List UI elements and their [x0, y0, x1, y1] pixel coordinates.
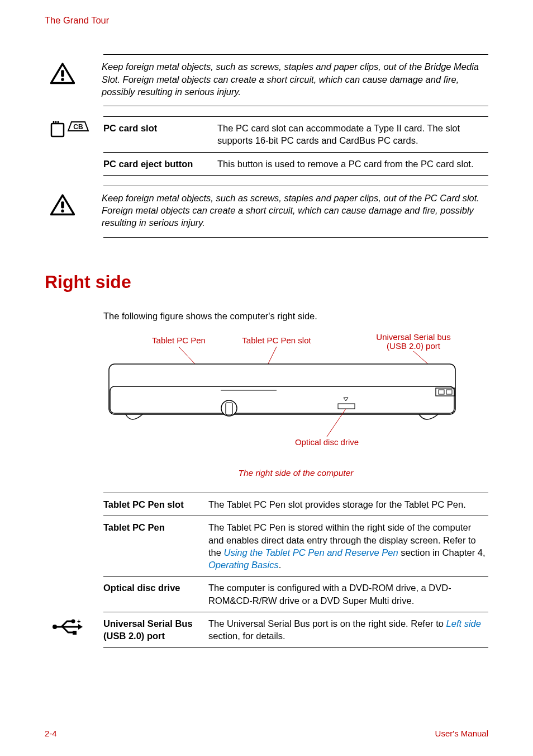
cardbus-cb-icon: CB [67, 120, 89, 132]
svg-rect-1 [61, 70, 64, 77]
fig-label-odd: Optical disc drive [295, 437, 359, 447]
warning-text-pc-card: Keep foreign metal objects, such as scre… [102, 192, 488, 229]
link-using-pen[interactable]: Using the Tablet PC Pen and Reserve Pen [224, 547, 398, 557]
warning-icon [50, 194, 75, 216]
link-left-side[interactable]: Left side [446, 618, 481, 629]
pc-card-slot-icon [50, 120, 65, 138]
pc-card-eject-desc: This button is used to remove a PC card … [217, 158, 474, 170]
svg-point-2 [61, 78, 64, 82]
svg-point-11 [61, 209, 64, 212]
fig-label-usb-2: (USB 2.0) port [387, 341, 441, 351]
t2-usb-label: Universal Serial Bus (USB 2.0) port [103, 617, 208, 642]
pc-card-eject-label: PC card eject button [103, 158, 217, 170]
svg-marker-28 [78, 624, 83, 630]
section-intro: The following figure shows the computer'… [103, 310, 488, 322]
right-side-figure: Tablet PC Pen Tablet PC Pen slot Univers… [103, 333, 488, 451]
t2-pen-slot-desc: The Tablet PC Pen slot provides storage … [208, 498, 466, 511]
pc-card-slot-desc: The PC card slot can accommodate a Type … [217, 122, 488, 147]
svg-rect-30 [73, 631, 77, 635]
fig-label-pen-slot: Tablet PC Pen slot [242, 336, 311, 345]
t2-odd-desc: The computer is configured with a DVD-RO… [208, 582, 488, 607]
link-operating-basics[interactable]: Operating Basics [208, 560, 279, 570]
svg-rect-19 [226, 403, 232, 415]
t2-odd-label: Optical disc drive [103, 582, 208, 607]
pc-card-slot-label: PC card slot [103, 122, 217, 147]
svg-rect-16 [110, 386, 454, 413]
t2-pen-label: Tablet PC Pen [103, 521, 208, 571]
svg-rect-10 [61, 201, 64, 208]
warning-text-bridge-media: Keep foreign metal objects, such as scre… [102, 60, 488, 98]
svg-text:+: + [77, 618, 80, 625]
section-heading-right-side: Right side [45, 270, 488, 294]
running-header: The Grand Tour [45, 14, 488, 26]
fig-label-usb-1: Universal Serial bus [376, 333, 450, 342]
warning-icon [50, 63, 75, 85]
svg-point-29 [72, 619, 75, 623]
t2-pen-desc: The Tablet PC Pen is stored within the r… [208, 521, 488, 571]
fig-label-pen: Tablet PC Pen [152, 336, 206, 345]
t2-pen-slot-label: Tablet PC Pen slot [103, 498, 208, 511]
svg-text:CB: CB [73, 123, 83, 131]
t2-usb-desc: The Universal Serial Bus port is on the … [208, 617, 488, 642]
figure-caption: The right side of the computer [103, 467, 488, 479]
svg-rect-3 [51, 124, 64, 136]
manual-name: User's Manual [435, 728, 488, 739]
usb-icon: + [50, 618, 83, 636]
page-number: 2-4 [45, 728, 57, 739]
